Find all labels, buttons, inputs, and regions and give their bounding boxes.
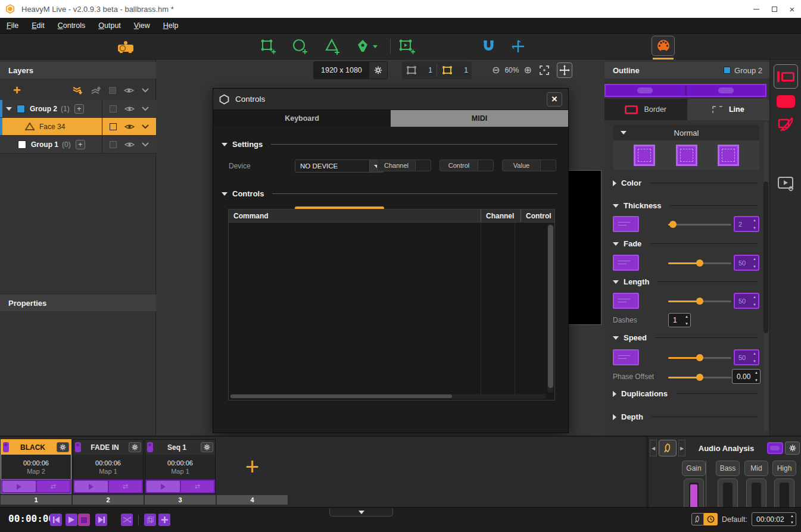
sequence-settings-button[interactable] — [201, 442, 213, 452]
sequence-card-header[interactable]: Seq 1 — [145, 440, 215, 455]
length-section-header[interactable]: Length — [613, 277, 769, 286]
group1-color-swatch[interactable] — [18, 140, 26, 149]
maximize-button[interactable] — [765, 2, 783, 16]
pan-tool-button[interactable] — [557, 62, 572, 78]
timer-mode-button[interactable] — [704, 513, 718, 525]
zoom-out-button[interactable]: ⊖ — [492, 65, 500, 75]
group1-solo-checkbox[interactable] — [110, 141, 117, 148]
sequence-slot-number[interactable]: 3 — [145, 495, 216, 505]
close-button[interactable]: × — [783, 2, 801, 16]
fade-slider[interactable] — [668, 259, 731, 267]
face34-visibility-icon[interactable] — [124, 123, 135, 130]
timeline-collapse-handle[interactable] — [329, 508, 393, 517]
group2-color-swatch[interactable] — [17, 105, 25, 113]
add-circle-button[interactable] — [290, 37, 310, 56]
projection-canvas[interactable] — [566, 170, 601, 325]
sequence-card-fadein[interactable]: FADE IN 00:00:06 Map 1 ⇄ — [73, 439, 144, 494]
media-settings-button[interactable] — [777, 175, 795, 195]
length-swatch-button[interactable] — [613, 293, 639, 309]
group1-add-button[interactable]: + — [76, 140, 85, 149]
outline-panel-scrollbar[interactable] — [763, 122, 768, 431]
group1-options-chevron-icon[interactable] — [142, 142, 149, 147]
menu-controls[interactable]: Controls — [51, 19, 92, 32]
tab-keyboard[interactable]: Keyboard — [213, 110, 391, 127]
add-triangle-button[interactable] — [322, 37, 342, 56]
sequence-loop-button[interactable]: ⇄ — [181, 481, 214, 492]
resolution-settings-button[interactable] — [369, 62, 387, 79]
thickness-slider[interactable] — [668, 220, 731, 229]
shuffle-button[interactable] — [121, 514, 133, 526]
next-sequence-button[interactable] — [95, 514, 107, 526]
column-command[interactable]: Command — [229, 209, 481, 222]
speed-swatch-button[interactable] — [613, 349, 639, 365]
group2-add-button[interactable]: + — [74, 104, 84, 114]
duplicate-sequence-button[interactable] — [144, 514, 156, 526]
sequence-card-header[interactable]: BLACK — [1, 440, 71, 455]
line-enable-toggle[interactable] — [685, 85, 766, 96]
group2-visibility-icon[interactable] — [124, 105, 135, 112]
collapse-all-chevron-icon[interactable] — [142, 88, 149, 93]
thickness-swatch-button[interactable] — [613, 216, 639, 232]
sequence-loop-button[interactable]: ⇄ — [109, 481, 142, 492]
speed-spinbox[interactable]: 50▲▼ — [734, 349, 759, 365]
sequence-settings-button[interactable] — [129, 442, 141, 452]
audio-mode-button[interactable] — [691, 513, 704, 525]
add-player-button[interactable] — [397, 37, 417, 56]
effects-tool-button[interactable] — [777, 115, 795, 135]
add-layer-button[interactable]: + — [13, 85, 21, 96]
table-horizontal-scrollbar[interactable] — [230, 394, 546, 399]
table-vertical-scrollbar[interactable] — [547, 224, 554, 393]
dialog-close-button[interactable]: ✕ — [547, 92, 562, 107]
menu-edit[interactable]: Edit — [25, 19, 51, 32]
fade-swatch-button[interactable] — [613, 255, 639, 271]
add-sequence-transport-button[interactable] — [158, 514, 170, 526]
border-enable-toggle[interactable] — [606, 85, 685, 96]
line-mode-dropdown[interactable]: Normal — [613, 125, 759, 140]
sequence-slot-number[interactable]: 1 — [1, 495, 71, 505]
fade-spinbox[interactable]: 50▲▼ — [734, 255, 759, 271]
magnet-snap-button[interactable] — [478, 37, 498, 56]
length-spinbox[interactable]: 50▲▼ — [734, 293, 759, 309]
add-quad-button[interactable] — [258, 37, 278, 56]
sequence-card-header[interactable]: FADE IN — [73, 440, 143, 455]
sequence-card-black[interactable]: BLACK 00:00:06 Map 2 ⇄ — [1, 439, 71, 494]
stop-button[interactable] — [78, 514, 90, 526]
line-preset-1[interactable] — [634, 145, 655, 166]
previous-sequence-button[interactable] — [50, 514, 62, 526]
solo-all-checkbox[interactable] — [109, 87, 116, 94]
speed-section-header[interactable]: Speed — [613, 333, 769, 342]
duplications-section-header[interactable]: Duplications — [613, 389, 769, 398]
controls-dialog-header[interactable]: Controls ✕ — [213, 89, 568, 110]
fill-tool-button[interactable] — [777, 95, 795, 108]
surface-quad-icon[interactable] — [441, 65, 453, 76]
audio-settings-button[interactable] — [785, 442, 800, 455]
audio-analysis-toggle[interactable] — [767, 442, 783, 454]
visibility-all-icon[interactable] — [124, 87, 134, 94]
add-anchor-button[interactable] — [508, 37, 528, 56]
projector-button[interactable] — [116, 37, 136, 56]
sequence-play-button[interactable] — [147, 481, 180, 492]
group2-options-chevron-icon[interactable] — [142, 107, 149, 111]
minimize-button[interactable] — [747, 2, 765, 16]
output-quad-icon[interactable] — [406, 65, 417, 76]
sequence-play-button[interactable] — [2, 481, 36, 492]
layer-row-group2[interactable]: Group 2 (1) + — [0, 100, 156, 118]
controls-section-header[interactable]: Controls — [222, 189, 568, 198]
device-dropdown[interactable]: NO DEVICE — [295, 159, 384, 173]
play-button[interactable] — [66, 514, 77, 526]
line-preset-3[interactable] — [718, 145, 739, 166]
audio-prev-arrow-button[interactable]: ◀ — [650, 440, 657, 456]
add-sequence-button[interactable]: + — [217, 439, 288, 494]
audio-source-button[interactable] — [659, 440, 677, 456]
midi-panel-button[interactable] — [652, 36, 675, 56]
tab-line[interactable]: Line — [687, 99, 770, 120]
depth-section-header[interactable]: Depth — [613, 412, 769, 421]
group2-expand-chevron-icon[interactable] — [6, 107, 12, 111]
sequence-slot-number[interactable]: 4 — [217, 495, 288, 505]
speed-slider[interactable] — [668, 353, 731, 362]
phase-offset-slider[interactable] — [668, 373, 731, 381]
thickness-spinbox[interactable]: 2▲▼ — [734, 216, 759, 232]
settings-section-header[interactable]: Settings — [222, 140, 568, 149]
default-duration-spinbox[interactable]: 00:00:02▲▼ — [752, 512, 796, 526]
fade-section-header[interactable]: Fade — [613, 239, 769, 248]
